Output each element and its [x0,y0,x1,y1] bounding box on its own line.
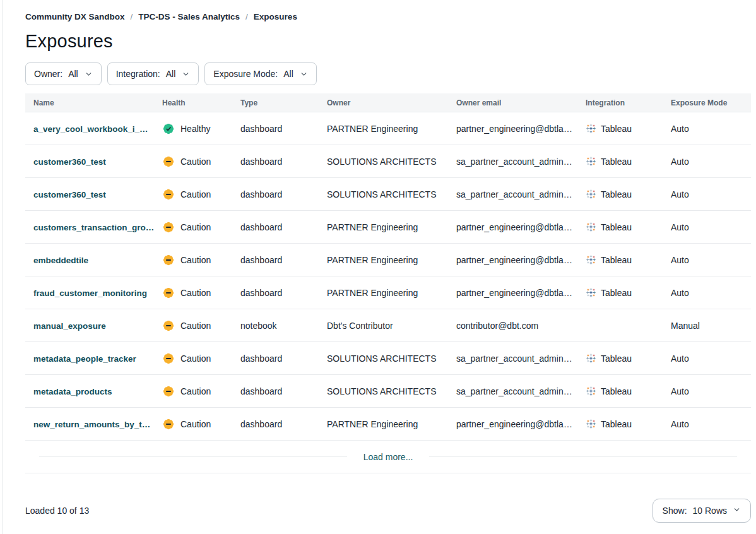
health-status-icon [162,352,175,365]
health-cell: Healthy [154,122,232,135]
loaded-count-text: Loaded 10 of 13 [25,506,89,516]
owner-filter-dropdown[interactable]: Owner: All [25,62,102,85]
exposure-mode-cell: Auto [663,255,751,265]
exposure-mode-cell: Auto [663,353,751,364]
tableau-icon [586,222,596,232]
exposure-name-link[interactable]: new_return_amounts_by_t… [33,420,150,429]
owner-cell: SOLUTIONS ARCHITECTS [319,189,448,199]
integration-filter-value: All [166,69,176,79]
owner-email-cell: sa_partner_account_admin… [448,157,577,167]
exposure-mode-cell: Auto [663,124,751,134]
table-row: embeddedtile Caution dashboard PARTNER E… [25,244,751,276]
owner-filter-label: Owner: [34,69,62,79]
integration-cell: Tableau [577,189,663,199]
divider-line [429,456,737,457]
exposure-mode-filter-dropdown[interactable]: Exposure Mode: All [204,62,317,85]
exposure-name-link[interactable]: manual_exposure [33,321,106,331]
owner-email-cell: partner_engineering@dbtla… [448,124,577,134]
integration-cell: Tableau [577,123,663,134]
divider-line [39,456,347,457]
type-cell: dashboard [232,157,319,167]
health-cell: Caution [154,221,232,234]
breadcrumb-separator: / [131,12,133,21]
show-value: 10 Rows [693,506,727,516]
integration-label: Tableau [601,353,632,364]
column-header-owner: Owner [319,98,448,107]
health-status-icon [162,385,175,398]
tableau-icon [586,353,596,364]
exposure-mode-filter-label: Exposure Mode: [213,69,278,79]
exposure-mode-cell: Auto [663,222,751,232]
health-label: Caution [180,321,211,331]
type-cell: dashboard [232,124,319,134]
type-cell: dashboard [232,189,319,199]
column-header-name: Name [25,98,154,107]
exposure-name-link[interactable]: metadata_people_tracker [33,354,136,364]
table-footer: Loaded 10 of 13 Show: 10 Rows [25,499,751,523]
health-label: Caution [180,157,211,167]
owner-email-cell: partner_engineering@dbtla… [448,419,577,429]
exposure-mode-cell: Auto [663,419,751,429]
table-row: manual_exposure Caution notebook Dbt's C… [25,309,751,342]
exposure-name-link[interactable]: customer360_test [33,190,106,199]
name-cell: metadata_people_tracker [25,353,154,364]
column-header-owner-email: Owner email [448,98,577,107]
breadcrumb-account-link[interactable]: Community DX Sandbox [25,12,125,21]
health-cell: Caution [154,418,232,430]
breadcrumb-project-link[interactable]: TPC-DS - Sales Analytics [138,12,240,21]
name-cell: fraud_customer_monitoring [25,288,154,298]
health-label: Caution [180,353,211,364]
panel-left-divider [2,0,3,534]
integration-label: Tableau [601,222,632,232]
table-row: new_return_amounts_by_t… Caution dashboa… [25,408,751,441]
owner-email-cell: sa_partner_account_admin… [448,353,577,364]
integration-label: Tableau [601,386,632,396]
health-label: Caution [180,386,211,396]
integration-cell: Tableau [577,386,663,396]
tableau-icon [586,418,596,429]
exposure-mode-cell: Auto [663,157,751,167]
owner-filter-value: All [68,69,78,79]
exposure-mode-cell: Auto [663,189,751,199]
exposure-name-link[interactable]: fraud_customer_monitoring [33,288,147,298]
health-status-icon [162,319,175,332]
health-cell: Caution [154,188,232,201]
load-more-link[interactable]: Load more... [363,452,413,462]
load-more-row: Load more... [25,441,751,473]
rows-per-page-dropdown[interactable]: Show: 10 Rows [653,499,751,523]
owner-cell: Dbt's Contributor [319,321,448,331]
exposure-name-link[interactable]: customer360_test [33,157,106,167]
type-cell: dashboard [232,222,319,232]
health-cell: Caution [154,385,232,398]
breadcrumb-separator: / [245,12,248,21]
owner-cell: PARTNER Engineering [319,288,448,298]
tableau-icon [586,123,596,134]
owner-cell: PARTNER Engineering [319,222,448,232]
exposure-name-link[interactable]: a_very_cool_workbook_i_… [33,124,148,134]
exposure-name-link[interactable]: customers_transaction_gro… [33,223,154,232]
health-status-icon [162,418,175,430]
exposures-table: Name Health Type Owner Owner email Integ… [25,93,751,473]
tableau-icon [586,156,596,167]
exposure-name-link[interactable]: metadata_products [33,387,112,396]
name-cell: new_return_amounts_by_t… [25,419,154,429]
owner-cell: SOLUTIONS ARCHITECTS [319,353,448,364]
health-cell: Caution [154,287,232,299]
owner-email-cell: partner_engineering@dbtla… [448,255,577,265]
type-cell: dashboard [232,419,319,429]
column-header-health: Health [154,98,232,107]
tableau-icon [586,254,596,265]
name-cell: metadata_products [25,386,154,396]
health-label: Healthy [180,124,210,134]
name-cell: a_very_cool_workbook_i_… [25,124,154,134]
health-cell: Caution [154,155,232,168]
breadcrumb: Community DX Sandbox / TPC-DS - Sales An… [25,12,751,21]
tableau-icon [586,287,596,298]
integration-filter-dropdown[interactable]: Integration: All [107,62,199,85]
column-header-exposure-mode: Exposure Mode [663,98,751,107]
exposure-name-link[interactable]: embeddedtile [33,256,88,265]
health-cell: Caution [154,254,232,266]
chevron-down-icon [733,506,741,516]
health-status-icon [162,221,175,234]
health-status-icon [162,254,175,266]
